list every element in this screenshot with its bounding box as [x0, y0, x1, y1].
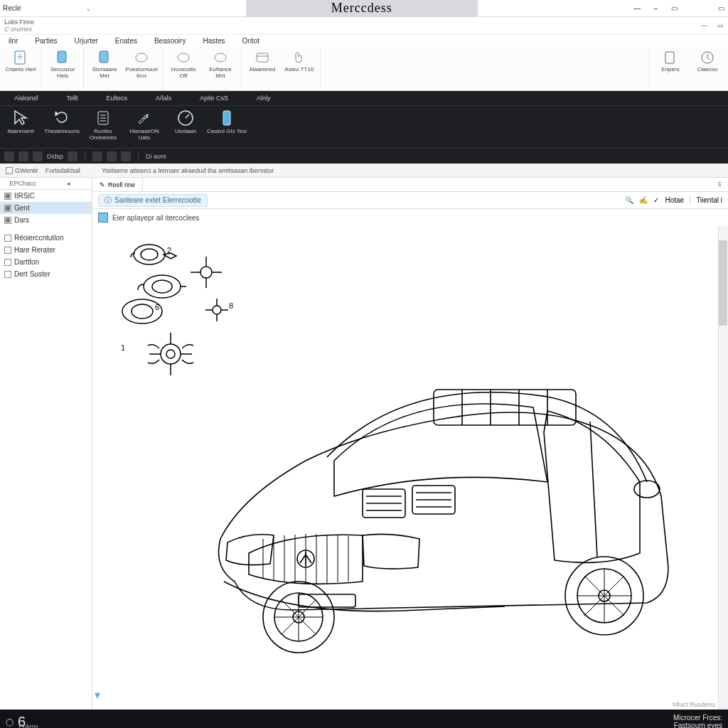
side-item-darttlon[interactable]: Darttlon [0, 256, 92, 268]
svg-rect-16 [223, 111, 230, 125]
clipboard-icon [94, 109, 112, 127]
side-item-dert[interactable]: Dert Suster [0, 268, 92, 280]
option-tiiental[interactable]: Tiiental i [690, 196, 722, 204]
ribbon-claecso[interactable]: Claecso [691, 50, 724, 73]
search-icon[interactable]: 🔍 [625, 196, 633, 204]
viewport[interactable]: 2 6 8 1 [92, 226, 728, 710]
breadcrumb: Eier aplayepr ail itercoclees [92, 209, 728, 226]
canvas-tab-close[interactable]: ⊼ [717, 181, 728, 188]
svg-point-7 [215, 53, 226, 62]
side-item-iirsic[interactable]: ▦IIRSiC [0, 190, 92, 202]
st-btn-2[interactable] [18, 151, 28, 161]
infobar-gwentir[interactable]: GWentir [6, 167, 38, 174]
menu-oritot[interactable]: Oritot [242, 37, 259, 45]
ribbon-enpers[interactable]: Enpers [654, 50, 687, 73]
menu-urjurter[interactable]: Urjurter [74, 37, 97, 45]
tree-icon: ▦ [4, 205, 11, 212]
subtitle-orumes: C orumes [4, 26, 34, 33]
st-btn-1[interactable] [4, 151, 14, 161]
dtool-itaannsent[interactable]: Itaannsent [0, 106, 41, 148]
ribbon-euftance[interactable]: Euftance Mrit [204, 50, 237, 80]
ellipse-icon [213, 50, 228, 65]
side-item-hare[interactable]: Hare Rerater [0, 244, 92, 256]
ribbon-poestornuurl[interactable]: Poestornuurl Itror [125, 50, 158, 80]
taskbar-right: Microcer Frces: Fastsourn eyes [673, 714, 722, 728]
maximize-button[interactable]: ▭ [670, 4, 678, 13]
st-btn-3[interactable] [33, 151, 43, 161]
scroll-arrow-down[interactable]: ▾ [92, 690, 102, 700]
side-item-dars[interactable]: ▦Dars [0, 214, 92, 226]
infobar-fortsdaktsal[interactable]: Fortsdaktsal [46, 167, 80, 174]
dtab-alals[interactable]: A/lals [141, 95, 186, 102]
dark-toolrow: Itaannsent Theslenesons Runfes Omineirie… [0, 105, 728, 148]
svg-rect-9 [665, 52, 674, 63]
doc-icon [663, 50, 678, 65]
dtab-eultecs[interactable]: Eultecs [92, 95, 142, 102]
ribbon-storsaare[interactable]: Storsaare Met [88, 50, 121, 80]
vertical-scrollbar[interactable] [718, 226, 728, 710]
close-button[interactable]: ▭ [717, 4, 725, 13]
tab-icon: ✎ [100, 181, 105, 188]
page-icon [55, 50, 70, 65]
svg-line-32 [590, 422, 597, 557]
callout-1: 1 [121, 343, 125, 352]
st-btn-5[interactable] [92, 151, 102, 161]
st-label-1[interactable]: Didsp [47, 153, 63, 160]
dtab-aisksnsf[interactable]: Aisksnsf [0, 95, 53, 102]
ribbon-crtants[interactable]: Crtants Hert [4, 50, 37, 73]
ribbon-hocecsits[interactable]: Hocecsits Off [167, 50, 200, 80]
menu-enates[interactable]: Enates [115, 37, 137, 45]
svg-point-66 [634, 481, 660, 498]
title-dropdown-icon[interactable]: ⌄ [85, 4, 91, 12]
ribbon-sercosrur[interactable]: Sercosrur Heis [46, 50, 79, 80]
side-tab-collapse[interactable]: ◂ [46, 178, 92, 189]
check-icon[interactable]: ✓ [653, 196, 659, 204]
canvas-tab-reell[interactable]: ✎ Reell rine [92, 178, 143, 191]
inner-minimize-button[interactable]: — [701, 22, 707, 29]
dtool-runfes[interactable]: Runfes Omineiries [82, 106, 124, 148]
inner-maximize-button[interactable]: ▭ [717, 22, 724, 29]
svg-point-17 [134, 245, 165, 264]
st-btn-6[interactable] [107, 151, 117, 161]
dtool-theslenesons[interactable]: Theslenesons [41, 106, 82, 148]
minimize-button[interactable]: — [633, 4, 641, 13]
tree-icon: ▦ [4, 193, 11, 200]
dtab-tellt[interactable]: Tellt [53, 95, 92, 102]
st-btn-7[interactable] [121, 151, 131, 161]
menu-parties[interactable]: Parties [35, 37, 57, 45]
menu-ilnr[interactable]: ilnr [9, 37, 18, 45]
option-hotae[interactable]: Hotae [665, 196, 684, 204]
menu-beasooiry[interactable]: Beasooiry [154, 37, 186, 45]
canvas-tabs: ✎ Reell rine ⊼ [92, 178, 728, 192]
ribbon-asleo[interactable]: Asleo TT10 [283, 50, 316, 73]
side-item-gent[interactable]: ▦Gent [0, 202, 92, 214]
clock-icon [700, 50, 715, 65]
menubar: ilnr Parties Urjurter Enates Beasooiry H… [0, 34, 728, 47]
info-icon: ⓘ [105, 196, 112, 205]
recle-label: Recle [3, 4, 21, 12]
window-controls-outer: — – ▭ ▭ [633, 4, 725, 13]
box-icon [255, 50, 270, 65]
menu-hastes[interactable]: Hastes [203, 37, 225, 45]
title-center: Merccdess [91, 0, 633, 17]
ribbon-ataanered[interactable]: Ataanered [246, 50, 279, 73]
subtitle-row: Loks Finre C orumes — ▭ [0, 17, 728, 34]
side-tab-epchacc[interactable]: EPChacc [0, 178, 46, 189]
option-pill[interactable]: ⓘ Sariteare extet Elerrecootte [98, 194, 208, 207]
dtool-casind[interactable]: Casind GIs Tesi [206, 106, 247, 148]
scrollbar-thumb[interactable] [719, 240, 727, 326]
taskbar-app-label: Eulens [18, 723, 38, 728]
svg-point-18 [141, 249, 158, 260]
st-label-2[interactable]: Di aont [146, 153, 166, 160]
dtool-uestaan[interactable]: Uestaan [165, 106, 206, 148]
dtab-alnly[interactable]: Alnly [242, 95, 285, 102]
ellipse-icon [176, 50, 191, 65]
lasso-icon[interactable]: ✍ [639, 196, 648, 204]
st-btn-4[interactable] [68, 151, 77, 161]
dtab-apite[interactable]: Apite CsS [186, 95, 242, 102]
side-item-reoi[interactable]: Réoierccntutlon [0, 232, 92, 244]
dtool-hienasiron[interactable]: HienasirON Uats [124, 106, 165, 148]
tree-icon [4, 271, 11, 278]
wrench-icon [135, 109, 154, 127]
minimize2-button[interactable]: – [651, 4, 660, 13]
